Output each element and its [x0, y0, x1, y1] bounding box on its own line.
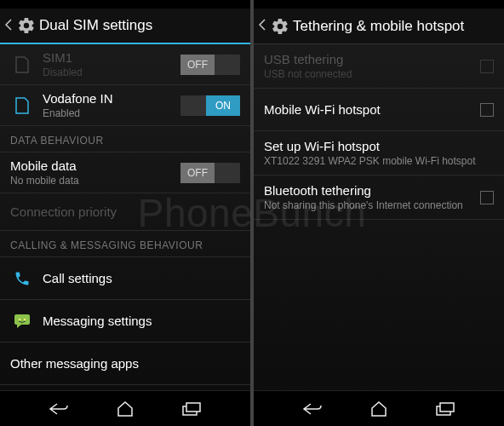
sim2-label: Vodafone IN: [43, 90, 180, 107]
nav-home-icon[interactable]: [110, 399, 140, 419]
connection-priority-row: Connection priority: [0, 193, 250, 231]
call-settings-row[interactable]: Call settings: [0, 257, 250, 300]
nav-recent-icon[interactable]: [430, 399, 461, 419]
sim1-status: Disabled: [43, 66, 180, 80]
bluetooth-tethering-status: Not sharing this phone's Internet connec…: [264, 199, 480, 213]
messaging-settings-row[interactable]: Messaging settings: [0, 300, 250, 343]
mobile-data-toggle[interactable]: OFF: [180, 163, 240, 183]
svg-rect-4: [186, 403, 200, 412]
bluetooth-tethering-checkbox[interactable]: [480, 191, 494, 204]
svg-rect-0: [14, 314, 30, 325]
back-icon[interactable]: [259, 19, 267, 33]
bluetooth-tethering-label: Bluetooth tethering: [264, 182, 480, 199]
sim1-row[interactable]: SIM1 Disabled OFF: [0, 44, 250, 85]
svg-point-2: [24, 319, 26, 320]
sim-icon: [10, 55, 34, 74]
content-area: USB tethering USB not connected Mobile W…: [254, 44, 504, 390]
nav-recent-icon[interactable]: [176, 399, 207, 419]
app-header: Dual SIM settings: [0, 9, 250, 44]
section-data-behaviour: DATA BEHAVIOUR: [0, 126, 250, 153]
svg-point-1: [19, 319, 20, 320]
header-title: Tethering & mobile hotspot: [293, 18, 464, 35]
settings-icon[interactable]: [17, 16, 36, 35]
sim2-row[interactable]: Vodafone IN Enabled ON: [0, 85, 250, 126]
other-messaging-label: Other messaging apps: [10, 355, 240, 372]
sim-icon: [10, 96, 34, 115]
status-bar: [0, 0, 250, 9]
usb-tethering-label: USB tethering: [264, 51, 480, 68]
call-settings-label: Call settings: [43, 270, 240, 287]
back-icon[interactable]: [5, 19, 14, 33]
content-area: SIM1 Disabled OFF Vodafone IN Enabled ON: [0, 44, 250, 390]
app-header: Tethering & mobile hotspot: [254, 9, 504, 44]
setup-wifi-row[interactable]: Set up Wi-Fi hotspot XT1022 3291 WPA2 PS…: [254, 131, 504, 176]
phone-icon: [10, 270, 34, 287]
sim1-toggle[interactable]: OFF: [180, 55, 240, 75]
phone-left: Dual SIM settings SIM1 Disabled OFF: [0, 0, 250, 426]
usb-tethering-row: USB tethering USB not connected: [254, 44, 504, 89]
status-bar: [254, 0, 504, 9]
header-title: Dual SIM settings: [39, 17, 152, 34]
wifi-hotspot-label: Mobile Wi-Fi hotspot: [264, 101, 480, 118]
usb-tethering-checkbox: [480, 60, 494, 73]
settings-icon[interactable]: [271, 17, 289, 36]
mobile-data-row[interactable]: Mobile data No mobile data OFF: [0, 153, 250, 193]
svg-rect-6: [440, 403, 454, 412]
setup-wifi-label: Set up Wi-Fi hotspot: [264, 138, 494, 155]
connection-priority-label: Connection priority: [10, 204, 240, 221]
other-messaging-row[interactable]: Other messaging apps: [0, 343, 250, 385]
nav-back-icon[interactable]: [297, 399, 328, 419]
message-icon: [10, 314, 34, 329]
nav-home-icon[interactable]: [364, 399, 394, 419]
setup-wifi-status: XT1022 3291 WPA2 PSK mobile Wi-Fi hotspo…: [264, 155, 494, 169]
bluetooth-tethering-row[interactable]: Bluetooth tethering Not sharing this pho…: [254, 176, 504, 220]
wifi-hotspot-checkbox[interactable]: [480, 103, 494, 117]
mobile-data-status: No mobile data: [10, 175, 180, 188]
usb-tethering-status: USB not connected: [264, 68, 480, 82]
sim1-label: SIM1: [43, 49, 180, 66]
messaging-settings-label: Messaging settings: [43, 313, 240, 330]
section-calling-behaviour: CALLING & MESSAGING BEHAVIOUR: [0, 231, 250, 257]
sim2-toggle[interactable]: ON: [180, 95, 240, 116]
nav-back-icon[interactable]: [43, 399, 74, 419]
phone-right: Tethering & mobile hotspot USB tethering…: [254, 0, 504, 426]
mobile-data-label: Mobile data: [10, 158, 180, 175]
wifi-hotspot-row[interactable]: Mobile Wi-Fi hotspot: [254, 89, 504, 131]
nav-bar: [254, 390, 504, 426]
sim2-status: Enabled: [43, 107, 180, 121]
nav-bar: [0, 390, 250, 426]
